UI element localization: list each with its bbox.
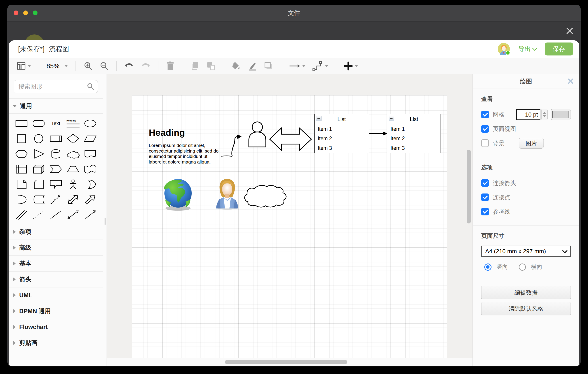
sidebar-category-arrows[interactable]: 箭头 xyxy=(9,271,103,287)
sidebar-category-flowchart[interactable]: Flowchart xyxy=(9,319,103,335)
globe-clipart[interactable] xyxy=(164,179,192,211)
list-item[interactable]: Item 3 xyxy=(315,143,369,153)
panel-close-icon[interactable] xyxy=(566,77,574,86)
shape-square[interactable] xyxy=(13,132,30,145)
shape-textbox[interactable]: Heading xyxy=(64,117,82,130)
shadow-button[interactable] xyxy=(262,60,274,72)
list-item[interactable]: Item 3 xyxy=(387,143,441,153)
shape-internal-storage[interactable] xyxy=(13,162,30,176)
save-button[interactable]: 保存 xyxy=(545,43,573,55)
background-image-button[interactable]: 图片 xyxy=(519,138,544,149)
shape-trapezoid[interactable] xyxy=(64,162,82,176)
line-color-button[interactable] xyxy=(246,60,259,72)
user-avatar[interactable] xyxy=(498,43,510,55)
page-view-button[interactable] xyxy=(15,61,32,71)
list-connector-arrow[interactable] xyxy=(369,132,388,136)
shape-arrow-line[interactable] xyxy=(82,208,99,221)
background-checkbox[interactable] xyxy=(481,139,489,147)
to-back-button[interactable] xyxy=(205,60,217,72)
shape-link[interactable] xyxy=(13,208,30,221)
list-item[interactable]: Item 2 xyxy=(315,134,369,143)
landscape-radio[interactable] xyxy=(519,264,526,271)
page-size-select[interactable]: A4 (210 mm x 297 mm) xyxy=(481,246,571,257)
shape-arrow[interactable] xyxy=(82,193,99,206)
vertical-scrollbar[interactable] xyxy=(467,150,471,223)
shape-cloud[interactable] xyxy=(64,147,82,161)
shape-rounded-rectangle[interactable] xyxy=(30,117,47,130)
zoom-out-button[interactable] xyxy=(98,60,110,72)
portrait-radio[interactable] xyxy=(484,264,492,271)
canvas[interactable]: Heading Lorem ipsum dolor sit amet, cons… xyxy=(107,74,472,366)
actor-shape[interactable] xyxy=(249,122,266,147)
sidebar-category-clipart[interactable]: 剪贴画 xyxy=(9,335,103,351)
sidebar-category-uml[interactable]: UML xyxy=(9,287,103,303)
shape-cube[interactable] xyxy=(30,162,47,176)
shape-process[interactable] xyxy=(47,132,64,145)
shape-hexagon[interactable] xyxy=(13,147,30,161)
waypoint-style-button[interactable] xyxy=(311,60,330,72)
connection-points-checkbox[interactable] xyxy=(481,194,489,201)
shape-circle[interactable] xyxy=(30,132,47,145)
shape-actor[interactable] xyxy=(64,178,82,191)
to-front-button[interactable] xyxy=(189,60,201,72)
redo-button[interactable] xyxy=(139,60,152,72)
shape-cylinder[interactable] xyxy=(47,147,64,161)
shape-line[interactable] xyxy=(47,208,64,221)
double-arrow-shape[interactable] xyxy=(270,128,311,150)
woman-clipart[interactable] xyxy=(216,179,238,209)
sidebar-category-misc[interactable]: 杂项 xyxy=(9,224,103,240)
canvas-heading-text[interactable]: Heading xyxy=(149,128,185,138)
cloud-shape[interactable] xyxy=(245,186,286,207)
shape-bidirectional-arrow[interactable] xyxy=(64,193,82,206)
shape-document[interactable] xyxy=(82,147,99,161)
shape-card[interactable] xyxy=(30,178,47,191)
grid-color-swatch[interactable] xyxy=(551,109,571,120)
undo-button[interactable] xyxy=(123,60,135,72)
export-menu[interactable]: 导出 xyxy=(518,45,536,53)
zoom-level-dropdown[interactable]: 85% xyxy=(45,61,69,71)
shape-triangle[interactable] xyxy=(30,147,47,161)
shape-step[interactable] xyxy=(47,162,64,176)
zoom-in-button[interactable] xyxy=(82,60,94,72)
section-general[interactable]: 通用 xyxy=(9,99,103,114)
shape-dashed-line[interactable] xyxy=(30,208,47,221)
list-item[interactable]: Item 2 xyxy=(387,134,441,143)
shape-curve-arrow[interactable] xyxy=(47,193,64,206)
sidebar-category-basic[interactable]: 基本 xyxy=(9,255,103,271)
insert-button[interactable] xyxy=(343,60,359,72)
search-input[interactable] xyxy=(14,80,98,93)
shape-double-ended-arrow-line[interactable] xyxy=(64,208,82,221)
sidebar-resize-gutter[interactable] xyxy=(103,74,107,366)
shape-parallelogram[interactable] xyxy=(82,132,99,145)
grid-size-stepper[interactable] xyxy=(541,109,547,120)
sidebar-category-advanced[interactable]: 高级 xyxy=(9,240,103,255)
collapse-icon[interactable] xyxy=(316,116,322,121)
shape-ellipse[interactable] xyxy=(82,117,99,130)
shape-text[interactable]: Text xyxy=(47,117,64,130)
shape-or[interactable] xyxy=(82,178,99,191)
collapse-icon[interactable] xyxy=(389,116,394,121)
list-item[interactable]: Item 1 xyxy=(315,124,369,134)
list-shape-2[interactable]: List Item 1 Item 2 Item 3 xyxy=(387,114,441,153)
grid-size-input[interactable] xyxy=(516,109,540,120)
delete-button[interactable] xyxy=(165,60,176,72)
shape-rectangle[interactable] xyxy=(13,117,30,130)
guides-checkbox[interactable] xyxy=(481,208,489,215)
shape-data-storage[interactable] xyxy=(30,193,47,206)
canvas-paragraph-text[interactable]: Lorem ipsum dolor sit amet, consectetur … xyxy=(149,143,219,165)
list-shape-1[interactable]: List Item 1 Item 2 Item 3 xyxy=(314,114,369,153)
list-item[interactable]: Item 1 xyxy=(387,124,441,134)
page-view-checkbox[interactable] xyxy=(481,125,489,133)
close-icon[interactable] xyxy=(564,25,575,37)
shape-note[interactable] xyxy=(13,178,30,191)
horizontal-scrollbar[interactable] xyxy=(225,360,347,364)
grid-checkbox[interactable] xyxy=(481,111,489,118)
shape-and[interactable] xyxy=(13,193,30,206)
shape-tape[interactable] xyxy=(82,162,99,176)
fill-color-button[interactable] xyxy=(230,60,242,72)
connection-arrows-checkbox[interactable] xyxy=(481,179,489,187)
shape-callout[interactable] xyxy=(47,178,64,191)
curved-arrow-shape[interactable] xyxy=(221,134,242,156)
clear-default-style-button[interactable]: 清除默认风格 xyxy=(481,302,571,315)
edit-data-button[interactable]: 编辑数据 xyxy=(481,286,571,299)
